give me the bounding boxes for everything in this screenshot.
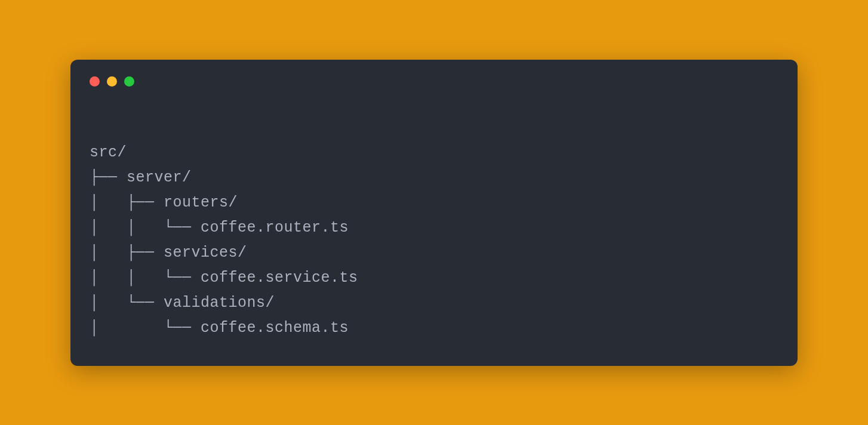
maximize-button[interactable] — [124, 76, 134, 87]
tree-line: ├── server/ — [90, 169, 192, 186]
tree-line: │ │ └── coffee.router.ts — [90, 219, 349, 236]
title-bar — [90, 76, 778, 87]
tree-line: │ ├── services/ — [90, 244, 247, 261]
tree-line: │ ├── routers/ — [90, 194, 238, 211]
close-button[interactable] — [90, 76, 100, 87]
tree-line: src/ — [90, 144, 127, 161]
tree-line: │ └── coffee.schema.ts — [90, 319, 349, 337]
minimize-button[interactable] — [107, 76, 117, 87]
tree-line: │ │ └── coffee.service.ts — [90, 269, 358, 287]
tree-line: │ └── validations/ — [90, 294, 275, 312]
terminal-window: src/ ├── server/ │ ├── routers/ │ │ └── … — [70, 60, 798, 366]
terminal-content: src/ ├── server/ │ ├── routers/ │ │ └── … — [90, 115, 778, 341]
